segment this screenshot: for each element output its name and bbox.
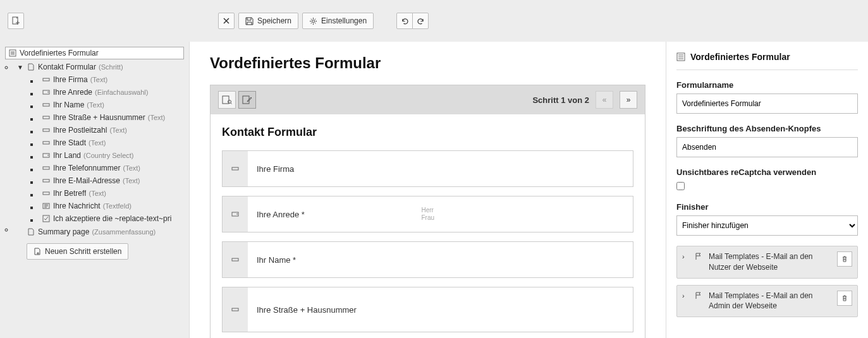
trash-icon (841, 294, 848, 302)
tree-field-label: Ihre Telefonnummer (53, 164, 121, 172)
tree-field[interactable]: Ihre Telefonnummer (Text) (39, 162, 186, 174)
drag-handle-icon[interactable] (223, 151, 248, 186)
canvas-field[interactable]: Ihre Firma (222, 150, 633, 187)
tree-step-type: (Schritt) (99, 63, 123, 71)
canvas-field[interactable]: Ihre Straße + Hausnummer (222, 287, 633, 332)
finisher-item[interactable]: › Mail Templates - E-Mail an den Nutzer … (676, 246, 858, 279)
svg-rect-17 (43, 142, 49, 144)
tree-field-label: Ihr Name (53, 100, 84, 109)
tree-field-label: Ihr Land (53, 151, 81, 160)
tree-field-type: (Text) (87, 101, 104, 109)
sidebar: Vordefiniertes Formular ▼ Kontakt Formul… (0, 42, 190, 338)
drag-handle-icon[interactable] (223, 196, 248, 232)
tree-field-label: Ihre Firma (53, 75, 88, 84)
page-icon (27, 63, 35, 71)
tree-field[interactable]: Ihre Straße + Hausnummer (Text) (39, 111, 186, 124)
finisher-select[interactable]: Finisher hinzufügen (676, 215, 858, 236)
tree-field-label: Ich akzeptiere die ~replace-text~pri (53, 214, 171, 223)
tree-field[interactable]: Ihre Firma (Text) (39, 73, 186, 86)
field-icon (42, 151, 51, 160)
tree-field[interactable]: Ihre E-Mail-Adresse (Text) (39, 174, 186, 187)
tree-field-type: (Text) (109, 126, 127, 134)
svg-rect-42 (232, 308, 238, 311)
tree-field[interactable]: Ihr Betreff (Text) (39, 187, 186, 200)
view-mode-edit[interactable] (238, 91, 256, 109)
tree-field[interactable]: Ihr Land (Country Select) (39, 149, 186, 162)
canvas-field[interactable]: Ihre Anrede *HerrFrau (222, 196, 633, 232)
tree-step-label: Kontakt Formular (38, 63, 96, 71)
canvas-field-label: Ihre Firma (257, 164, 294, 174)
tree-field[interactable]: Ihre Postleitzahl (Text) (39, 124, 186, 136)
recaptcha-label: Unsichtbares reCaptcha verwenden (676, 167, 858, 177)
svg-point-34 (228, 100, 231, 104)
svg-line-35 (231, 103, 232, 104)
field-icon (42, 88, 51, 97)
tree-field-label: Ihr Betreff (53, 189, 86, 198)
finisher-label-text: Mail Templates - E-Mail an den Admin der… (709, 291, 832, 312)
svg-rect-20 (43, 167, 49, 169)
canvas-title: Vordefiniertes Formular (210, 54, 645, 72)
field-options: HerrFrau (421, 207, 624, 222)
tree-field-type: (Einfachauswahl) (95, 88, 148, 96)
form-name-input[interactable] (676, 94, 858, 114)
inspector-title: Vordefiniertes Formular (690, 52, 790, 62)
tree-field-type: (Text) (89, 139, 106, 147)
view-mode-preview[interactable] (218, 91, 236, 109)
tree-field[interactable]: Ihre Stadt (Text) (39, 136, 186, 149)
drag-handle-icon[interactable] (223, 287, 248, 332)
canvas-field[interactable]: Ihr Name * (222, 241, 633, 278)
step-indicator: Schritt 1 von 2 (532, 95, 589, 105)
tree-field-label: Ihre E-Mail-Adresse (53, 176, 120, 185)
tree-field-type: (Text) (89, 190, 106, 197)
flag-icon (695, 291, 704, 299)
svg-rect-37 (232, 167, 238, 170)
svg-rect-13 (43, 116, 49, 119)
tree-field-label: Ihre Anrede (53, 88, 92, 97)
drag-handle-icon[interactable] (223, 242, 248, 277)
finisher-label-text: Mail Templates - E-Mail an den Nutzer de… (709, 251, 832, 273)
undo-button[interactable] (396, 13, 413, 29)
tree-step[interactable]: ▼ Kontakt Formular (Schritt) (14, 61, 186, 73)
trash-icon (841, 255, 848, 263)
canvas-field-label: Ihr Name * (257, 255, 296, 265)
save-button[interactable]: Speichern (238, 13, 298, 29)
page-icon (27, 227, 35, 236)
tree-field[interactable]: Ich akzeptiere die ~replace-text~pri (39, 212, 186, 225)
delete-finisher-button[interactable] (837, 291, 852, 306)
stage-header: Schritt 1 von 2 « » (211, 85, 645, 114)
settings-button[interactable]: Einstellungen (302, 13, 374, 29)
tree-root[interactable]: Vordefiniertes Formular (5, 47, 184, 59)
delete-finisher-button[interactable] (837, 251, 852, 267)
page-add-icon (34, 248, 41, 255)
recaptcha-checkbox[interactable] (676, 182, 685, 190)
tree-field[interactable]: Ihre Anrede (Einfachauswahl) (39, 86, 186, 99)
field-icon (42, 75, 51, 84)
tree-field[interactable]: Ihr Name (Text) (39, 99, 186, 111)
field-icon (42, 214, 51, 223)
tree-field-label: Ihre Postleitzahl (53, 126, 107, 135)
close-button[interactable] (218, 13, 235, 29)
chevron-right-icon: › (682, 291, 690, 299)
step-next[interactable]: » (620, 91, 637, 109)
tree-field-type: (Text) (123, 164, 141, 172)
new-step-button[interactable]: Neuen Schritt erstellen (27, 243, 128, 260)
submit-label-input[interactable] (676, 137, 858, 157)
field-icon (42, 176, 51, 185)
canvas-field-label: Ihre Straße + Hausnummer (257, 305, 357, 315)
expander-icon: ▼ (16, 64, 24, 71)
tree-field-type: (Country Select) (83, 152, 133, 159)
close-icon (223, 17, 230, 25)
field-icon (42, 100, 51, 109)
tree-field-type: (Text) (90, 76, 108, 83)
tree-summary-type: (Zusammenfassung) (92, 228, 156, 236)
field-icon (42, 164, 51, 172)
tree-summary[interactable]: Summary page (Zusammenfassung) (14, 226, 186, 238)
svg-point-3 (312, 20, 315, 22)
new-page-button[interactable] (8, 13, 24, 29)
redo-button[interactable] (412, 13, 429, 29)
step-prev[interactable]: « (596, 91, 613, 109)
tree-field[interactable]: Ihre Nachricht (Textfeld) (39, 200, 186, 212)
tree-field-label: Ihre Nachricht (53, 202, 101, 210)
form-name-label: Formularname (676, 80, 858, 90)
finisher-item[interactable]: › Mail Templates - E-Mail an den Admin d… (676, 285, 858, 318)
